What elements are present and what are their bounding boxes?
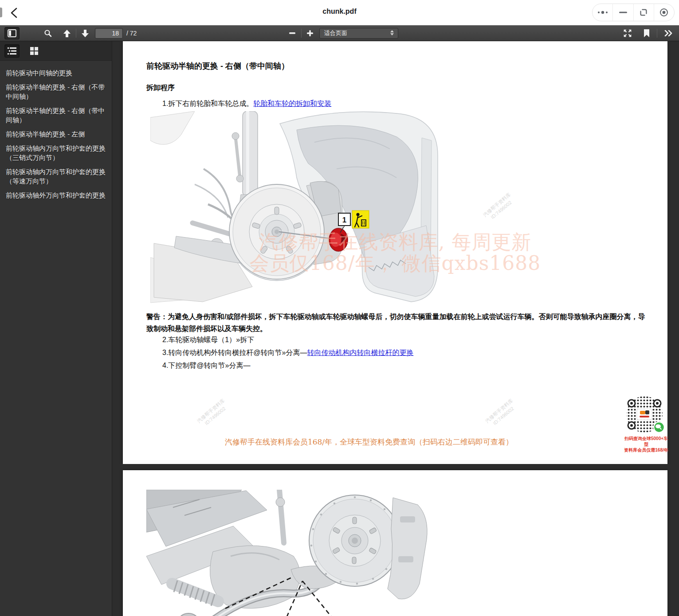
figure-callout-1: 1 [342, 216, 346, 224]
more-options-button[interactable] [593, 4, 612, 21]
ellipsis-icon [597, 10, 608, 15]
sidebar-toggle-button[interactable] [4, 27, 20, 39]
step-3: 3.转向传动机构外转向横拉杆@转向节»分离—转向传动机构内转向横拉杆的更换 [162, 348, 413, 358]
procedure-subheading: 拆卸程序 [146, 83, 175, 93]
document-title: chunk.pdf [0, 8, 679, 16]
outline-view-button[interactable] [4, 44, 20, 58]
qr-caption: 扫码查询全球5000+车型 资料库会员仅需168/年 [624, 436, 668, 453]
presentation-mode-button[interactable] [620, 27, 635, 39]
sidebar-view-switcher [0, 41, 112, 61]
toc-item[interactable]: 前轮驱动半轴的更换 - 右侧（不带中间轴） [0, 82, 112, 101]
zoom-in-button[interactable] [303, 27, 317, 39]
toolbar-more-button[interactable] [661, 27, 676, 39]
pdf-viewer-area[interactable]: 前轮驱动半轴的更换 - 右侧（带中间轴） 拆卸程序 1.拆下右前轮胎和车轮总成。… [112, 41, 679, 616]
toc-item[interactable]: 前轮驱动中间轴的更换 [0, 68, 112, 78]
minimize-button[interactable] [612, 4, 633, 21]
previous-page-button[interactable] [60, 27, 74, 39]
toc-item[interactable]: 前轮驱动轴内万向节和护套的更换（三销式万向节） [0, 144, 112, 162]
figure-underbody-view [146, 490, 430, 616]
search-icon [44, 29, 52, 37]
target-circle-icon [659, 8, 669, 17]
thumbnail-view-button[interactable] [27, 44, 42, 58]
page-gap [112, 464, 679, 470]
diagonal-watermark: 汽修帮手资料库ID:7496002 [482, 191, 516, 223]
toc-item[interactable]: 前轮驱动半轴的更换 - 左侧 [0, 129, 112, 139]
arrow-up-icon [63, 30, 71, 37]
zoom-out-button[interactable] [286, 27, 299, 39]
pdf-page-1: 前轮驱动半轴的更换 - 右侧（带中间轴） 拆卸程序 1.拆下右前轮胎和车轮总成。… [123, 41, 667, 464]
fullscreen-icon [623, 29, 632, 38]
qr-code-block: 扫码查询全球5000+车型 资料库会员仅需168/年 [624, 396, 668, 453]
double-chevron-right-icon [664, 30, 672, 36]
footer-promo-text: 汽修帮手在线资料库会员168/年，全球车型资料免费查询（扫码右边二维码即可查看） [123, 437, 615, 447]
qr-code-image [624, 396, 667, 435]
arrow-down-icon [82, 30, 89, 37]
select-spinner-icon [390, 30, 394, 35]
search-button[interactable] [41, 27, 55, 39]
restore-icon [639, 8, 648, 17]
plus-icon [307, 30, 313, 36]
minus-icon [289, 32, 295, 34]
step-4: 4.下控制臂@转向节»分离— [162, 361, 250, 370]
step-1-link[interactable]: 轮胎和车轮的拆卸和安装 [253, 100, 331, 107]
bookmark-button[interactable] [640, 27, 653, 39]
pdf-toolbar: / 72 适合页面 [0, 25, 679, 41]
window-controls [592, 4, 675, 21]
sidebar-toggle-icon [8, 29, 16, 37]
zoom-scale-select[interactable]: 适合页面 [319, 28, 398, 39]
page-number-input[interactable] [95, 28, 123, 39]
toc-outline: 前轮驱动中间轴的更换 前轮驱动半轴的更换 - 右侧（不带中间轴） 前轮驱动半轴的… [0, 63, 112, 616]
toc-item[interactable]: 前轮驱动半轴的更换 - 右侧（带中间轴） [0, 106, 112, 125]
step-3-link[interactable]: 转向传动机构内转向横拉杆的更换 [307, 349, 413, 356]
step-2: 2.车轮驱动轴螺母（1）»拆下 [162, 335, 254, 345]
step-1: 1.拆下右前轮胎和车轮总成。轮胎和车轮的拆卸和安装 [162, 99, 331, 109]
figure-wheel-assembly: 1 [150, 111, 439, 308]
zoom-scale-value: 适合页面 [324, 29, 347, 37]
page-count-label: / 72 [126, 30, 137, 37]
pdf-page-2 [123, 470, 667, 616]
pdf-sidebar: 前轮驱动中间轴的更换 前轮驱动半轴的更换 - 右侧（不带中间轴） 前轮驱动半轴的… [0, 41, 112, 616]
target-button[interactable] [654, 4, 674, 21]
toc-item[interactable]: 前轮驱动轴外万向节和护套的更换 [0, 191, 112, 200]
outline-list-icon [8, 47, 16, 55]
disposal-warning-label [352, 211, 369, 228]
thumbnails-grid-icon [30, 47, 39, 55]
section-heading: 前轮驱动半轴的更换 - 右侧（带中间轴） [146, 61, 289, 71]
step-3-text: 3.转向传动机构外转向横拉杆@转向节»分离— [162, 349, 307, 356]
diagonal-watermark: 汽修帮手资料库ID:7496002 [484, 398, 518, 429]
diagonal-watermark: 汽修帮手资料库ID:7496002 [196, 398, 230, 429]
restore-button[interactable] [633, 4, 654, 21]
window-titlebar: chunk.pdf [0, 0, 679, 25]
warning-paragraph: 警告：为避免人身伤害和/或部件损坏，拆下车轮驱动轴或车轮驱动轴螺母后，切勿使车辆… [146, 311, 649, 335]
bookmark-icon [644, 29, 650, 37]
minimize-icon [619, 12, 627, 13]
next-page-button[interactable] [78, 27, 92, 39]
step-1-text: 1.拆下右前轮胎和车轮总成。 [162, 100, 253, 107]
toc-item[interactable]: 前轮驱动轴内万向节和护套的更换（等速万向节） [0, 167, 112, 186]
